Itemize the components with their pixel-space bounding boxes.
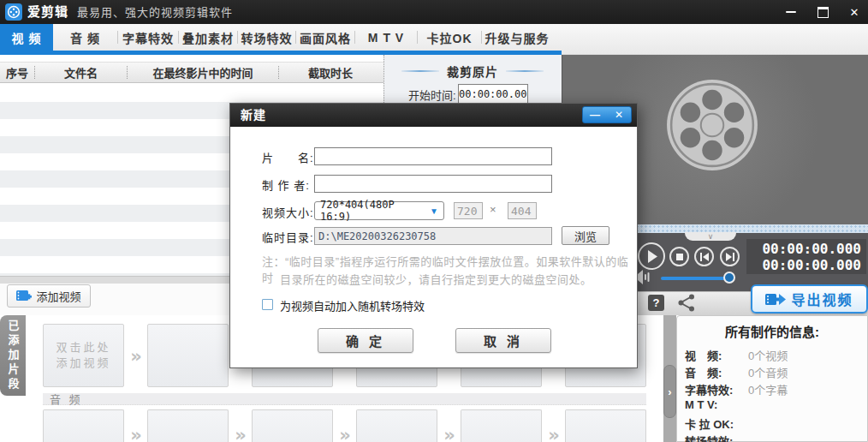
- audio-clip-slot: [43, 409, 124, 442]
- temp-dir-label: 临时目录:: [262, 229, 314, 245]
- video-clip-slot-placeholder[interactable]: 双击此处 添加视频: [43, 324, 124, 387]
- video-size-value: 720*404(480P 16:9): [315, 199, 430, 223]
- close-button[interactable]: ✕: [845, 3, 864, 21]
- added-clips-tab[interactable]: 已添加片段: [0, 315, 26, 396]
- current-time: 00:00:00.000: [746, 241, 861, 257]
- add-video-button[interactable]: 添加视频: [7, 284, 91, 308]
- audio-clip-slot: [252, 409, 333, 442]
- added-clips-tab-label: 已添加片段: [5, 320, 21, 392]
- audio-section-label: 音 频: [43, 391, 83, 407]
- decorative-line: [506, 70, 544, 72]
- tab-karaoke[interactable]: 卡拉OK: [418, 24, 481, 51]
- chevron-separator-icon: »: [126, 346, 146, 367]
- collapse-info-panel-handle[interactable]: ›: [663, 365, 676, 418]
- decorative-line: [401, 70, 439, 72]
- export-video-icon: [765, 292, 786, 307]
- info-value-subtitle: 0个字幕: [748, 381, 788, 397]
- stop-icon: [676, 254, 683, 260]
- add-video-label: 添加视频: [36, 288, 80, 304]
- info-label-subtitle: 字幕特效:: [685, 381, 733, 397]
- audio-clip-slot: [461, 409, 542, 442]
- temp-dir-note-line2: 目录所在的磁盘空间较少，请自行指定到更大的磁盘空间处。: [280, 271, 592, 287]
- tab-video[interactable]: 视 频: [0, 24, 53, 51]
- cancel-button[interactable]: 取 消: [455, 328, 551, 353]
- author-input[interactable]: [314, 175, 552, 193]
- chevron-down-icon: ∨: [708, 234, 714, 239]
- total-time: 00:00:00.000: [746, 257, 861, 273]
- info-label-video: 视 频:: [685, 347, 722, 363]
- play-icon: [646, 250, 657, 263]
- info-label-mtv: M T V:: [685, 398, 717, 411]
- tab-audio[interactable]: 音 频: [53, 24, 117, 51]
- help-icon: ?: [653, 296, 660, 309]
- add-video-icon: [16, 290, 32, 303]
- dialog-close-icon[interactable]: ✕: [609, 110, 629, 120]
- app-title: 爱剪辑: [27, 0, 68, 24]
- maximize-button[interactable]: [813, 3, 832, 21]
- tab-mtv[interactable]: M T V: [355, 24, 417, 51]
- volume-slider-knob[interactable]: [723, 272, 735, 284]
- double-click-hint: 双击此处 添加视频: [44, 325, 123, 386]
- column-header-duration: 截取时长: [279, 64, 382, 81]
- share-button[interactable]: [677, 294, 696, 312]
- info-label-audio: 音 频:: [685, 364, 722, 380]
- chevron-separator-icon: »: [544, 425, 564, 442]
- app-window: { "titlebar": { "app_name": "爱剪辑", "subt…: [0, 0, 868, 442]
- export-video-label: 导出视频: [791, 289, 853, 309]
- export-video-button[interactable]: 导出视频: [751, 284, 868, 314]
- tab-subtitle-fx[interactable]: 字幕特效: [118, 24, 178, 51]
- dialog-window-buttons: — ✕: [582, 106, 632, 123]
- next-frame-button[interactable]: [720, 247, 740, 266]
- video-size-dropdown[interactable]: 720*404(480P 16:9) ▼: [314, 201, 444, 220]
- hint-line-1: 双击此处: [56, 340, 110, 355]
- project-info-title: 所有制作的信息:: [676, 322, 868, 340]
- maximize-icon: [817, 7, 829, 18]
- stop-button[interactable]: [669, 247, 689, 266]
- random-transition-checkbox[interactable]: [262, 299, 273, 310]
- custom-height-input: [508, 202, 537, 219]
- browse-label: 浏览: [574, 228, 597, 244]
- start-time-input[interactable]: [458, 84, 528, 104]
- close-icon: ✕: [850, 7, 859, 18]
- film-reel-icon: [664, 77, 760, 173]
- new-project-dialog: 新建 — ✕ 片 名: 制 作 者: 视频大小: 720*404(480P 16…: [229, 103, 638, 368]
- info-value-audio: 0个音频: [748, 364, 788, 380]
- audio-section-bar: 音 频: [43, 393, 646, 405]
- column-header-index: 序号: [0, 64, 34, 81]
- chevron-separator-icon: »: [439, 425, 460, 442]
- column-header-time: 在最终影片中的时间: [128, 64, 278, 81]
- previous-frame-button[interactable]: [694, 247, 714, 266]
- collapse-player-tab[interactable]: ∨: [685, 232, 736, 241]
- tab-upgrade[interactable]: 升级与服务: [482, 24, 552, 51]
- play-button[interactable]: [638, 242, 665, 270]
- chevron-separator-icon: »: [126, 425, 146, 442]
- start-time-label: 开始时间:: [408, 87, 456, 103]
- app-subtitle: 最易用、强大的视频剪辑软件: [77, 0, 233, 24]
- step-forward-icon: [726, 253, 734, 261]
- film-name-input[interactable]: [314, 147, 552, 165]
- chevron-separator-icon: »: [230, 425, 251, 442]
- help-button[interactable]: ?: [648, 295, 664, 311]
- tab-transition[interactable]: 转场特效: [238, 24, 295, 51]
- browse-button[interactable]: 浏览: [562, 226, 609, 245]
- info-value-video: 0个视频: [748, 347, 788, 363]
- crop-panel-title-row: 裁剪原片: [383, 63, 562, 79]
- tab-style[interactable]: 画面风格: [296, 24, 354, 51]
- hint-line-2: 添加视频: [56, 355, 110, 371]
- author-label: 制 作 者:: [262, 176, 310, 193]
- temp-dir-input[interactable]: [314, 227, 552, 245]
- crop-panel-title: 裁剪原片: [447, 63, 498, 80]
- step-back-icon: [700, 253, 709, 261]
- dialog-minimize-icon[interactable]: —: [585, 110, 605, 120]
- multiply-sign: ×: [490, 203, 497, 216]
- ok-button[interactable]: 确 定: [318, 328, 413, 353]
- titlebar: 爱剪辑 最易用、强大的视频剪辑软件 ✕: [0, 0, 868, 24]
- tab-overlay[interactable]: 叠加素材: [179, 24, 237, 51]
- minimize-button[interactable]: [782, 3, 800, 21]
- video-size-label: 视频大小:: [262, 204, 314, 220]
- audio-clip-slot: [565, 409, 646, 442]
- dialog-titlebar[interactable]: [230, 104, 637, 127]
- collapse-arrow-icon: ›: [668, 385, 671, 398]
- column-header-filename: 文件名: [35, 64, 127, 81]
- dialog-title: 新建: [241, 104, 266, 127]
